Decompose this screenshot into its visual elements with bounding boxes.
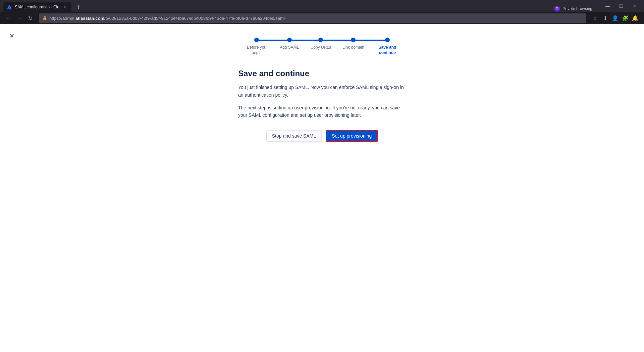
new-tab-button[interactable]: + [73,2,84,12]
forward-button[interactable]: → [15,13,24,23]
url-display: https://admin.atlassian.com/o/6281235a-0… [49,16,583,21]
private-browsing-icon [554,5,560,12]
set-up-provisioning-button[interactable]: Set up provisioning [326,130,378,142]
step-label-5: Save and continue [376,45,399,55]
url-prefix: https://admin. [49,16,75,21]
address-bar[interactable]: 🔒 https://admin.atlassian.com/o/6281235a… [39,13,586,23]
step-dot-2 [287,38,292,42]
step-dot-3 [318,38,323,42]
step-save-continue: Save and continue [376,38,399,55]
svg-point-4 [555,8,559,10]
tab-bar: SAML configuration - Cle × + Private bro… [0,0,644,12]
step-label-4: Link domain [342,45,364,50]
profile-button[interactable]: 👤 [610,13,620,23]
stop-save-saml-button[interactable]: Stop and save SAML [266,130,322,142]
url-domain: atlassian.com [75,16,104,21]
back-button[interactable]: ← [4,13,13,23]
active-tab[interactable]: SAML configuration - Cle × [3,2,71,12]
minimize-button[interactable]: — [601,0,614,12]
step-dot-1 [254,38,259,42]
lock-icon: 🔒 [42,16,47,20]
step-before-you-begin: Before you begin [245,38,268,55]
page-title: Save and continue [238,69,406,78]
private-browsing-label: Private browsing [562,6,592,11]
step-label-2: Add SAML [280,45,299,50]
description-2: The next step is setting up user provisi… [238,104,406,119]
tab-close-button[interactable]: × [62,4,67,10]
stepper: Before you begin Add SAML Copy URLs Link… [205,38,439,55]
private-browsing-indicator: Private browsing [554,5,598,12]
page-content: ✕ Before you begin Add SAML Copy URLs [0,24,644,352]
wizard-container: Before you begin Add SAML Copy URLs Link… [205,24,439,142]
window-controls: — ❐ ✕ [601,0,641,12]
url-path: /o/6281235a-0d03-42f9-ad5f-9124bef4ba67/… [104,16,285,21]
notifications-button[interactable]: 🔔 [631,13,640,23]
extensions-button[interactable]: 🧩 [621,13,630,23]
step-link-domain: Link domain [342,38,364,55]
page-close-button[interactable]: ✕ [7,31,17,41]
step-label-1: Before you begin [245,45,268,55]
bookmark-button[interactable]: ☆ [590,13,600,23]
step-items: Before you begin Add SAML Copy URLs Link… [245,38,399,55]
downloads-button[interactable]: ⬇ [600,13,610,23]
window-close-button[interactable]: ✕ [628,0,641,12]
step-copy-urls: Copy URLs [311,38,331,55]
step-add-saml: Add SAML [280,38,299,55]
toolbar-actions: ☆ ⬇ 👤 🧩 🔔 [590,13,640,23]
browser-chrome: SAML configuration - Cle × + Private bro… [0,0,644,24]
action-buttons: Stop and save SAML Set up provisioning [238,130,406,142]
browser-toolbar: ← → ↻ 🔒 https://admin.atlassian.com/o/62… [0,12,644,24]
tab-title: SAML configuration - Cle [15,5,59,9]
reload-button[interactable]: ↻ [25,13,35,23]
step-dot-5 [385,38,390,42]
main-content: Save and continue You just finished sett… [238,69,406,142]
step-label-3: Copy URLs [311,45,331,50]
tab-favicon [7,4,12,10]
description-1: You just finished setting up SAML. Now y… [238,84,406,99]
step-dot-4 [351,38,356,42]
maximize-button[interactable]: ❐ [614,0,628,12]
